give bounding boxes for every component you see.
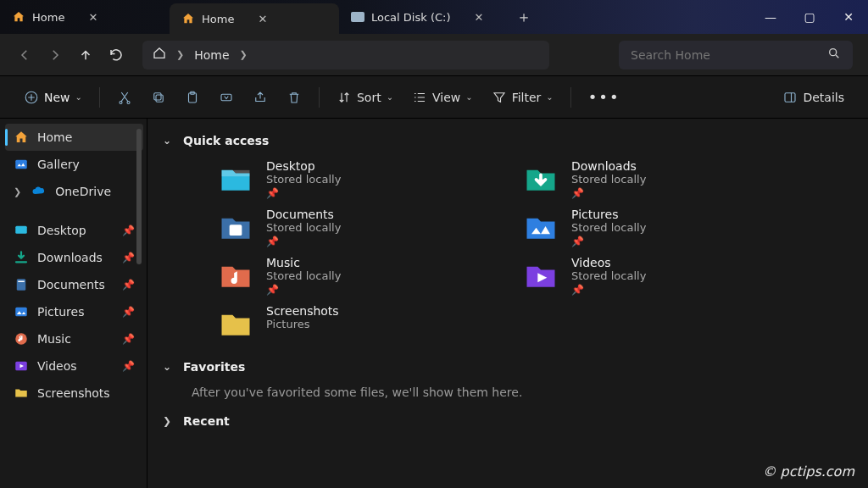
quick-access-item[interactable]: VideosStored locally📌	[522, 256, 810, 296]
minimize-button[interactable]: —	[751, 0, 790, 34]
sidebar-item-documents[interactable]: Documents📌	[5, 271, 143, 298]
sidebar-item-label: Desktop	[37, 224, 86, 237]
quick-access-item[interactable]: MusicStored locally📌	[217, 256, 505, 296]
quick-access-item[interactable]: DocumentsStored locally📌	[217, 208, 505, 247]
search-icon[interactable]	[827, 47, 841, 63]
paste-button[interactable]	[178, 86, 207, 108]
section-title: Favorites	[183, 360, 245, 374]
folder-icon	[14, 385, 29, 401]
pin-icon[interactable]: 📌	[122, 279, 135, 291]
folder-icon	[522, 208, 559, 245]
item-title: Music	[266, 256, 341, 269]
maximize-button[interactable]: ▢	[790, 0, 829, 34]
window-controls: — ▢ ✕	[751, 0, 868, 34]
svg-rect-10	[17, 279, 26, 291]
sidebar-item-label: Downloads	[37, 251, 103, 264]
chevron-right-icon[interactable]: ❯	[240, 49, 248, 60]
search-input[interactable]	[631, 48, 821, 62]
home-icon	[153, 47, 166, 63]
close-icon[interactable]: ✕	[88, 11, 97, 24]
pin-icon[interactable]: 📌	[122, 360, 135, 372]
item-title: Downloads	[571, 159, 646, 173]
new-tab-button[interactable]: ＋	[509, 0, 539, 34]
close-icon[interactable]: ✕	[258, 13, 267, 25]
svg-rect-9	[15, 226, 27, 234]
tab-label: Home	[202, 13, 234, 25]
folder-icon	[522, 159, 559, 197]
sidebar-item-screenshots[interactable]: Screenshots	[5, 380, 143, 407]
recent-header[interactable]: ❯ Recent	[163, 414, 849, 428]
search-box[interactable]	[619, 41, 853, 69]
svg-rect-2	[156, 95, 163, 102]
favorites-empty-hint: After you've favorited some files, we'll…	[192, 385, 849, 399]
sidebar-item-label: Documents	[37, 278, 105, 291]
filter-label: Filter	[512, 91, 542, 104]
svg-rect-15	[222, 170, 250, 176]
watermark: © pctips.com	[762, 463, 854, 480]
view-label: View	[432, 91, 460, 104]
close-icon[interactable]: ✕	[474, 11, 483, 24]
close-button[interactable]: ✕	[829, 0, 868, 34]
view-button[interactable]: View ⌄	[405, 86, 480, 108]
rename-button[interactable]	[212, 86, 241, 108]
up-button[interactable]	[76, 46, 95, 64]
delete-button[interactable]	[280, 86, 309, 108]
quick-access-header[interactable]: ⌄ Quick access	[163, 134, 849, 147]
item-subtitle: Stored locally	[266, 221, 341, 234]
sidebar-item-label: Gallery	[37, 158, 80, 171]
drive-icon	[351, 12, 364, 22]
item-title: Documents	[266, 208, 341, 221]
favorites-header[interactable]: ⌄ Favorites	[163, 360, 849, 374]
sidebar-item-downloads[interactable]: Downloads📌	[5, 244, 143, 271]
cut-button[interactable]	[110, 86, 139, 108]
sidebar-item-label: Pictures	[37, 305, 84, 319]
refresh-button[interactable]	[107, 46, 125, 64]
window-tab-local-disk[interactable]: Local Disk (C:) ✕	[339, 0, 509, 34]
chevron-down-icon[interactable]: ⌄	[163, 361, 171, 373]
address-bar[interactable]: ❯ Home ❯	[142, 41, 549, 69]
svg-point-0	[830, 49, 837, 56]
pin-icon[interactable]: 📌	[122, 225, 135, 236]
chevron-right-icon[interactable]: ❯	[14, 186, 21, 197]
chevron-right-icon[interactable]: ❯	[163, 415, 171, 427]
quick-access-item[interactable]: DownloadsStored locally📌	[522, 159, 810, 199]
item-subtitle: Pictures	[266, 318, 339, 330]
pin-icon[interactable]: 📌	[122, 306, 135, 318]
sidebar-item-onedrive[interactable]: ❯ OneDrive	[5, 178, 143, 205]
back-button[interactable]	[15, 46, 34, 64]
main-area: Home Gallery ❯ OneDrive Desktop📌 Downloa…	[0, 119, 868, 488]
item-title: Videos	[571, 256, 646, 269]
filter-button[interactable]: Filter ⌄	[485, 86, 560, 108]
copy-button[interactable]	[144, 86, 173, 108]
pin-icon[interactable]: 📌	[122, 333, 135, 345]
pin-icon[interactable]: 📌	[122, 252, 135, 263]
sidebar-item-gallery[interactable]: Gallery	[5, 151, 143, 178]
sidebar-item-label: Home	[37, 130, 72, 144]
quick-access-item[interactable]: ScreenshotsPictures	[217, 304, 505, 341]
scrollbar-thumb[interactable]	[136, 129, 142, 264]
chevron-right-icon: ❯	[176, 49, 184, 60]
new-button[interactable]: New ⌄	[17, 86, 89, 108]
sidebar-item-music[interactable]: Music📌	[5, 325, 143, 352]
forward-button[interactable]	[46, 46, 64, 64]
sidebar-item-label: Videos	[37, 359, 77, 373]
quick-access-item[interactable]: DesktopStored locally📌	[217, 159, 505, 199]
chevron-down-icon[interactable]: ⌄	[163, 135, 171, 147]
sort-button[interactable]: Sort ⌄	[330, 86, 400, 108]
sidebar-item-videos[interactable]: Videos📌	[5, 352, 143, 380]
sidebar-item-desktop[interactable]: Desktop📌	[5, 217, 143, 244]
window-tab-home-1[interactable]: Home ✕	[0, 0, 170, 34]
svg-rect-8	[15, 160, 27, 169]
share-button[interactable]	[246, 86, 275, 108]
more-button[interactable]: •••	[581, 85, 627, 109]
breadcrumb[interactable]: Home	[194, 48, 229, 62]
sidebar-item-home[interactable]: Home	[5, 124, 143, 151]
quick-access-item[interactable]: PicturesStored locally📌	[522, 208, 810, 247]
home-icon	[14, 130, 29, 145]
item-subtitle: Stored locally	[571, 221, 646, 234]
svg-rect-11	[18, 281, 25, 283]
details-pane-button[interactable]: Details	[776, 86, 851, 108]
section-title: Quick access	[183, 134, 269, 147]
window-tab-home-2[interactable]: Home ✕	[170, 3, 339, 34]
sidebar-item-pictures[interactable]: Pictures📌	[5, 298, 143, 325]
